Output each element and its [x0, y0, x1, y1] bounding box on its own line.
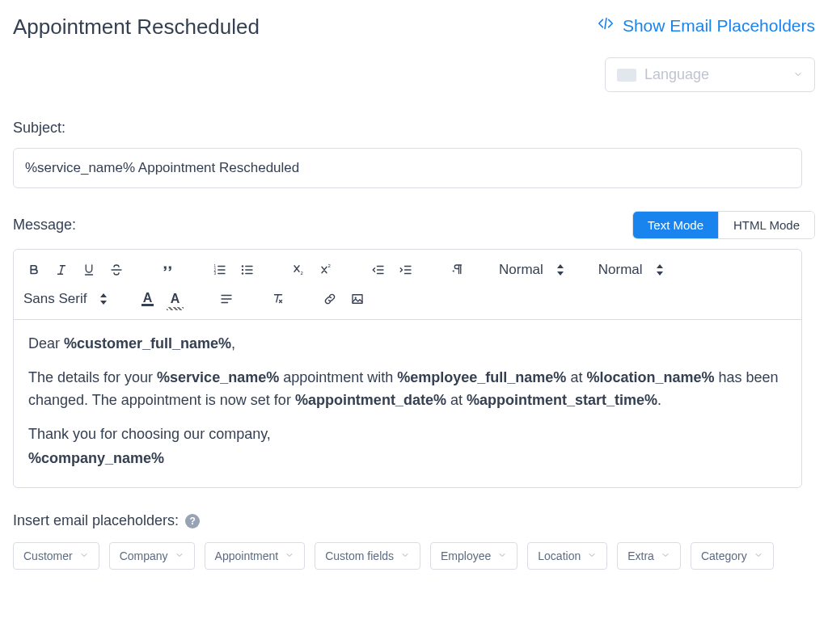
insert-placeholders-label: Insert email placeholders:: [13, 512, 179, 529]
placeholder-token: %company_name%: [28, 450, 164, 466]
align-button[interactable]: [214, 287, 239, 311]
chevron-down-icon: [79, 549, 89, 562]
help-icon[interactable]: ?: [185, 514, 200, 528]
indent-button[interactable]: [394, 258, 418, 282]
placeholder-appointment[interactable]: Appointment: [205, 542, 306, 570]
subject-input[interactable]: [13, 148, 802, 188]
image-button[interactable]: [345, 287, 370, 311]
placeholder-buttons: Customer Company Appointment Custom fiel…: [13, 542, 815, 570]
placeholder-location[interactable]: Location: [527, 542, 607, 570]
link-button[interactable]: [318, 287, 342, 311]
message-body[interactable]: Dear %customer_full_name%, The details f…: [14, 320, 801, 487]
placeholder-category[interactable]: Category: [691, 542, 774, 570]
underline-button[interactable]: [77, 258, 101, 282]
text-color-button[interactable]: A: [135, 287, 159, 311]
background-color-button[interactable]: A: [163, 287, 187, 311]
svg-point-4: [242, 269, 243, 271]
chevron-down-icon: [400, 549, 410, 562]
chevron-down-icon: [587, 549, 597, 562]
clear-format-button[interactable]: [266, 287, 290, 311]
editor: 123 2 2 Normal: [13, 249, 802, 488]
font-size-select[interactable]: Normal: [496, 262, 568, 278]
italic-button[interactable]: [49, 258, 74, 282]
text: .: [657, 392, 661, 408]
svg-text:2: 2: [328, 263, 332, 268]
chevron-down-icon: [285, 549, 294, 562]
show-placeholders-link[interactable]: Show Email Placeholders: [595, 15, 815, 36]
subject-label: Subject:: [13, 120, 815, 137]
sort-icon: [99, 293, 108, 305]
page-title: Appointment Rescheduled: [13, 15, 260, 40]
show-placeholders-label: Show Email Placeholders: [623, 16, 815, 36]
placeholder-token: %appointment_date%: [295, 392, 446, 408]
sort-icon: [656, 264, 664, 276]
heading-select[interactable]: Normal: [595, 262, 667, 278]
message-label: Message:: [13, 217, 76, 234]
rtl-button[interactable]: [446, 258, 470, 282]
svg-text:2: 2: [301, 271, 304, 276]
chevron-down-icon: [175, 549, 184, 562]
font-family-select[interactable]: Sans Serif: [20, 291, 111, 307]
chevron-down-icon: [754, 549, 763, 562]
language-select[interactable]: Language: [605, 57, 815, 92]
svg-point-5: [242, 272, 243, 274]
bold-button[interactable]: [22, 258, 46, 282]
placeholder-extra[interactable]: Extra: [617, 542, 681, 570]
svg-point-3: [242, 265, 243, 267]
subscript-button[interactable]: 2: [287, 258, 311, 282]
chevron-down-icon: [661, 549, 670, 562]
placeholder-token: %appointment_start_time%: [467, 392, 657, 408]
superscript-button[interactable]: 2: [315, 258, 339, 282]
blockquote-button[interactable]: [156, 258, 180, 282]
text: at: [446, 392, 467, 408]
chevron-down-icon: [497, 549, 507, 562]
flag-icon: [617, 69, 636, 82]
placeholder-custom-fields[interactable]: Custom fields: [315, 542, 420, 570]
text: Thank you for choosing our company,: [28, 426, 271, 442]
placeholder-customer[interactable]: Customer: [13, 542, 99, 570]
language-placeholder: Language: [644, 66, 709, 83]
strikethrough-button[interactable]: [104, 258, 129, 282]
text: The details for your: [28, 369, 157, 385]
text: ,: [231, 335, 235, 351]
html-mode-button[interactable]: HTML Mode: [718, 212, 814, 238]
placeholder-company[interactable]: Company: [109, 542, 195, 570]
unordered-list-button[interactable]: [235, 258, 260, 282]
text: at: [566, 369, 586, 385]
svg-point-9: [355, 297, 357, 298]
text-mode-button[interactable]: Text Mode: [633, 212, 718, 238]
placeholder-token: %employee_full_name%: [397, 369, 566, 385]
svg-text:3: 3: [214, 271, 217, 276]
mode-toggle: Text Mode HTML Mode: [632, 211, 815, 239]
ordered-list-button[interactable]: 123: [208, 258, 232, 282]
editor-toolbar: 123 2 2 Normal: [14, 250, 801, 320]
chevron-down-icon: [793, 68, 803, 82]
text: Dear: [28, 335, 64, 351]
outdent-button[interactable]: [366, 258, 391, 282]
placeholder-token: %location_name%: [586, 369, 714, 385]
placeholder-employee[interactable]: Employee: [430, 542, 518, 570]
text: appointment with: [279, 369, 397, 385]
svg-rect-8: [353, 295, 362, 304]
placeholder-token: %service_name%: [157, 369, 279, 385]
placeholder-token: %customer_full_name%: [64, 335, 231, 351]
sort-icon: [556, 264, 564, 276]
code-icon: [595, 15, 616, 36]
